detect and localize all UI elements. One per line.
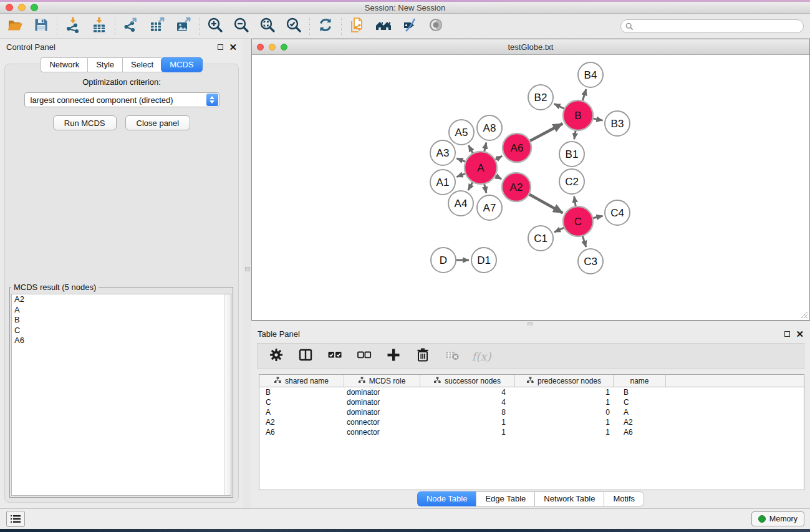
- table-row[interactable]: Bdominator41B: [259, 387, 804, 397]
- network-from-selection-button[interactable]: [349, 17, 366, 35]
- edge-A6-B[interactable]: [529, 123, 562, 142]
- hide-labels-button[interactable]: [401, 17, 418, 35]
- table-options-button[interactable]: [268, 348, 284, 364]
- export-network-button[interactable]: [122, 17, 140, 35]
- cell-successor-nodes[interactable]: 1: [420, 417, 515, 427]
- tab-node-table[interactable]: Node Table: [417, 491, 476, 506]
- vertical-split-divider[interactable]: [243, 39, 251, 508]
- close-panel-icon[interactable]: ✕: [796, 329, 804, 339]
- cell-shared-name[interactable]: B: [259, 387, 344, 397]
- cell-predecessor-nodes[interactable]: 1: [515, 387, 614, 397]
- edge-A-A3[interactable]: [456, 158, 466, 162]
- mcds-result-list[interactable]: A2ABCA6: [11, 294, 231, 496]
- task-history-button[interactable]: [6, 511, 25, 527]
- deselect-all-button[interactable]: [356, 348, 372, 364]
- cell-successor-nodes[interactable]: 8: [420, 407, 515, 417]
- cell-shared-name[interactable]: A2: [259, 417, 344, 427]
- cell-shared-name[interactable]: A6: [259, 427, 344, 437]
- cell-shared-name[interactable]: A: [259, 407, 344, 417]
- cell-name[interactable]: B: [614, 387, 666, 397]
- zoom-fit-button[interactable]: [259, 17, 276, 35]
- export-image-button[interactable]: [175, 17, 192, 35]
- cell-MCDS-role[interactable]: dominator: [344, 387, 420, 397]
- app-titlebar[interactable]: Session: New Session: [0, 2, 810, 14]
- edge-A-A5[interactable]: [468, 145, 473, 154]
- edge-C-C2[interactable]: [574, 196, 576, 208]
- export-table-button[interactable]: [148, 17, 166, 35]
- cell-predecessor-nodes[interactable]: 1: [515, 397, 614, 407]
- edge-C-C1[interactable]: [554, 227, 565, 232]
- edge-A2-C[interactable]: [528, 194, 562, 213]
- result-scrollbar[interactable]: [224, 294, 231, 495]
- network-graph[interactable]: B4B2BB3A8A5A6A3B1AA1C2A2A4A7C4CC1C3DD1: [252, 55, 809, 320]
- cell-name[interactable]: A6: [614, 427, 666, 437]
- table-row[interactable]: A6connector11A6: [259, 427, 804, 437]
- edge-A-A7[interactable]: [484, 183, 486, 193]
- result-list-item[interactable]: A2: [12, 294, 231, 305]
- cell-MCDS-role[interactable]: connector: [344, 417, 420, 427]
- close-panel-icon[interactable]: ✕: [229, 42, 237, 52]
- add-column-button[interactable]: [385, 348, 402, 364]
- tab-motifs[interactable]: Motifs: [604, 491, 644, 506]
- result-list-item[interactable]: A: [12, 305, 231, 316]
- cell-successor-nodes[interactable]: 4: [420, 387, 515, 397]
- edge-B-B2[interactable]: [554, 104, 566, 109]
- import-table-button[interactable]: [90, 17, 108, 35]
- search-input[interactable]: [620, 19, 804, 33]
- zoom-out-button[interactable]: [233, 17, 250, 35]
- float-panel-icon[interactable]: [784, 331, 790, 337]
- edge-B-B3[interactable]: [592, 118, 603, 121]
- horizontal-split-divider[interactable]: [251, 321, 810, 326]
- window-resize-grip[interactable]: [800, 311, 808, 319]
- table-row[interactable]: A2connector11A2: [259, 417, 804, 427]
- open-session-button[interactable]: [6, 17, 24, 35]
- result-list-item[interactable]: C: [12, 326, 231, 336]
- import-network-button[interactable]: [64, 17, 82, 35]
- cell-successor-nodes[interactable]: 1: [420, 427, 515, 437]
- tab-edge-table[interactable]: Edge Table: [476, 491, 534, 506]
- divider-grip[interactable]: [245, 267, 250, 271]
- edge-B-B1[interactable]: [574, 130, 576, 140]
- select-all-button[interactable]: [327, 348, 343, 364]
- edge-C-C3[interactable]: [582, 235, 586, 247]
- cell-MCDS-role[interactable]: connector: [344, 427, 420, 437]
- cell-predecessor-nodes[interactable]: 1: [515, 417, 614, 427]
- column-header-MCDS-role[interactable]: MCDS role: [344, 375, 420, 387]
- result-list-item[interactable]: B: [12, 315, 231, 326]
- delete-column-button[interactable]: [415, 348, 431, 364]
- network-view-window[interactable]: testGlobe.txt B4B2BB3A8A5A6A3B1AA1C2A2A4…: [251, 39, 810, 321]
- memory-button[interactable]: Memory: [751, 511, 804, 526]
- node-table[interactable]: shared nameMCDS rolesuccessor nodesprede…: [259, 374, 804, 490]
- cell-shared-name[interactable]: C: [259, 397, 344, 407]
- edge-A-A4[interactable]: [468, 181, 473, 190]
- tab-style[interactable]: Style: [87, 57, 122, 72]
- cell-predecessor-nodes[interactable]: 0: [515, 407, 614, 417]
- tab-network[interactable]: Network: [41, 57, 87, 72]
- cell-predecessor-nodes[interactable]: 1: [515, 427, 614, 437]
- open-browser-button[interactable]: [375, 17, 392, 35]
- table-row[interactable]: Cdominator41C: [259, 397, 804, 407]
- column-header-successor-nodes[interactable]: successor nodes: [420, 375, 515, 387]
- cell-successor-nodes[interactable]: 4: [420, 397, 515, 407]
- column-header-name[interactable]: name: [614, 375, 666, 387]
- tab-mcds[interactable]: MCDS: [161, 57, 202, 72]
- show-columns-button[interactable]: [297, 348, 314, 364]
- column-header-shared-name[interactable]: shared name: [259, 375, 344, 387]
- tab-select[interactable]: Select: [122, 57, 162, 72]
- zoom-in-button[interactable]: [206, 17, 224, 35]
- table-row[interactable]: Adominator80A: [259, 407, 804, 417]
- result-list-item[interactable]: A6: [12, 336, 231, 346]
- zoom-selected-button[interactable]: [285, 17, 302, 35]
- edge-B-B4[interactable]: [582, 89, 586, 102]
- cell-MCDS-role[interactable]: dominator: [344, 397, 420, 407]
- save-session-button[interactable]: [32, 17, 50, 35]
- cell-name[interactable]: A: [614, 407, 666, 417]
- cell-MCDS-role[interactable]: dominator: [344, 407, 420, 417]
- tab-network-table[interactable]: Network Table: [534, 491, 604, 506]
- edge-A-A1[interactable]: [456, 173, 466, 177]
- column-header-predecessor-nodes[interactable]: predecessor nodes: [515, 375, 614, 387]
- cell-name[interactable]: A2: [614, 417, 666, 427]
- show-graphics-details-button[interactable]: [427, 17, 445, 35]
- run-mcds-button[interactable]: Run MCDS: [53, 115, 117, 130]
- edge-C-C4[interactable]: [592, 216, 602, 218]
